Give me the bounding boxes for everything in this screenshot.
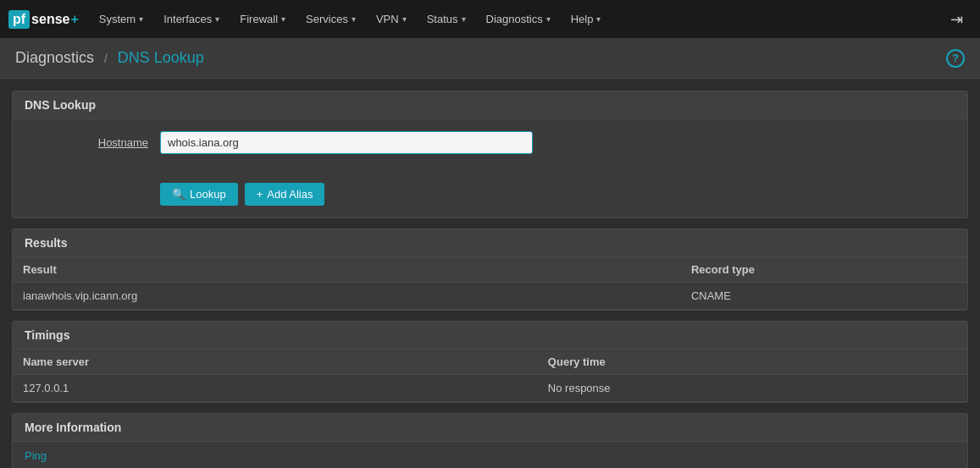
- results-table-body: ianawhois.vip.icann.org CNAME: [13, 282, 967, 309]
- plus-icon: +: [257, 188, 263, 201]
- brand-logo[interactable]: pfsense+: [8, 10, 79, 29]
- timings-table: Name server Query time 127.0.0.1 No resp…: [13, 350, 967, 402]
- results-table: Result Record type ianawhois.vip.icann.o…: [13, 257, 967, 310]
- nav-interfaces[interactable]: Interfaces ▾: [155, 0, 228, 38]
- timings-panel: Timings Name server Query time 127.0.0.1…: [12, 321, 968, 403]
- nav-firewall-label: Firewall: [240, 13, 278, 25]
- nav-firewall[interactable]: Firewall ▾: [231, 0, 294, 38]
- dns-lookup-title: DNS Lookup: [25, 98, 96, 112]
- more-info-title: More Information: [25, 421, 121, 434]
- help-button[interactable]: ?: [946, 48, 965, 68]
- record-type-col-header: Record type: [681, 257, 967, 283]
- result-col-header: Result: [13, 257, 681, 283]
- table-row: 127.0.0.1 No response: [13, 374, 967, 401]
- timings-table-body: 127.0.0.1 No response: [13, 374, 967, 401]
- nav-vpn-caret: ▾: [402, 14, 407, 24]
- exit-icon: ⇥: [950, 10, 963, 29]
- nav-system[interactable]: System ▾: [91, 0, 152, 38]
- hostname-input[interactable]: [160, 131, 533, 154]
- nav-exit-button[interactable]: ⇥: [942, 0, 972, 38]
- table-row: ianawhois.vip.icann.org CNAME: [13, 282, 967, 309]
- timings-panel-header: Timings: [13, 322, 967, 350]
- more-info-link-ping[interactable]: Ping: [13, 442, 967, 469]
- lookup-label: Lookup: [190, 188, 226, 201]
- breadcrumb: Diagnostics / DNS Lookup: [15, 49, 204, 67]
- nav-system-caret: ▾: [139, 14, 143, 24]
- search-icon: 🔍: [172, 188, 185, 201]
- breadcrumb-current: DNS Lookup: [118, 49, 204, 66]
- dns-lookup-panel-header: DNS Lookup: [13, 91, 967, 119]
- results-panel-header: Results: [13, 229, 967, 257]
- add-alias-label: Add Alias: [267, 188, 313, 201]
- record-type-cell: CNAME: [681, 282, 967, 309]
- more-info-links-container: PingTraceroute: [13, 442, 967, 469]
- nav-help-caret: ▾: [596, 14, 601, 24]
- brand-plus: +: [70, 12, 78, 27]
- hostname-row: Hostname: [25, 131, 955, 154]
- nav-vpn-label: VPN: [376, 13, 399, 25]
- action-buttons: 🔍 Lookup + Add Alias: [13, 174, 967, 217]
- name-server-cell: 127.0.0.1: [13, 374, 538, 401]
- breadcrumb-parent: Diagnostics: [15, 49, 94, 66]
- nav-services[interactable]: Services ▾: [297, 0, 364, 38]
- nav-help[interactable]: Help ▾: [562, 0, 610, 38]
- nav-status-label: Status: [427, 13, 458, 25]
- question-mark-icon: ?: [946, 49, 965, 68]
- results-title: Results: [25, 236, 68, 250]
- nav-services-label: Services: [306, 13, 348, 25]
- brand-pf: pf: [8, 10, 30, 29]
- nav-interfaces-label: Interfaces: [163, 13, 212, 25]
- nav-diagnostics-label: Diagnostics: [486, 13, 543, 25]
- main-content: DNS Lookup Hostname 🔍 Lookup + Add Alias…: [0, 79, 980, 469]
- nav-help-label: Help: [571, 13, 594, 25]
- add-alias-button[interactable]: + Add Alias: [245, 183, 325, 206]
- nav-status-caret: ▾: [462, 14, 466, 24]
- breadcrumb-separator: /: [104, 52, 108, 65]
- nav-interfaces-caret: ▾: [215, 14, 219, 24]
- dns-lookup-panel-body: Hostname: [13, 119, 967, 174]
- brand-sense: sense: [31, 12, 69, 27]
- hostname-label: Hostname: [25, 136, 160, 149]
- lookup-button[interactable]: 🔍 Lookup: [160, 183, 238, 206]
- nav-firewall-caret: ▾: [281, 14, 285, 24]
- nav-diagnostics-caret: ▾: [546, 14, 551, 24]
- query-time-col-header: Query time: [538, 350, 967, 375]
- more-info-panel: More Information PingTraceroute: [12, 413, 968, 469]
- navbar: pfsense+ System ▾ Interfaces ▾ Firewall …: [0, 0, 980, 38]
- nav-vpn[interactable]: VPN ▾: [368, 0, 415, 38]
- name-server-col-header: Name server: [13, 350, 538, 375]
- query-time-cell: No response: [538, 374, 967, 401]
- nav-services-caret: ▾: [352, 14, 356, 24]
- timings-title: Timings: [25, 328, 69, 342]
- nav-diagnostics[interactable]: Diagnostics ▾: [478, 0, 559, 38]
- result-cell: ianawhois.vip.icann.org: [13, 282, 681, 309]
- breadcrumb-bar: Diagnostics / DNS Lookup ?: [0, 38, 980, 79]
- nav-status[interactable]: Status ▾: [418, 0, 474, 38]
- more-info-panel-header: More Information: [13, 414, 967, 442]
- nav-system-label: System: [99, 13, 136, 25]
- dns-lookup-panel: DNS Lookup Hostname 🔍 Lookup + Add Alias: [12, 91, 968, 218]
- results-panel: Results Result Record type ianawhois.vip…: [12, 228, 968, 311]
